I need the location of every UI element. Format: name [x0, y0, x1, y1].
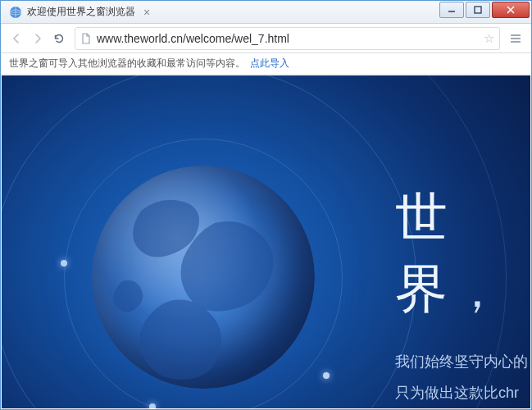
- menu-button[interactable]: [505, 28, 526, 49]
- globe-icon: [9, 6, 22, 19]
- minimize-button[interactable]: [439, 2, 464, 18]
- tab-close-button[interactable]: ×: [140, 6, 153, 19]
- window-titlebar: 欢迎使用世界之窗浏览器 ×: [1, 1, 531, 24]
- address-bar[interactable]: www.theworld.cn/welcome/wel_7.html ☆: [75, 27, 500, 50]
- welcome-hero: 世界， 我们始终坚守内心的 只为做出这款比chr: [395, 182, 530, 407]
- window-controls: [438, 2, 530, 20]
- navigation-bar: www.theworld.cn/welcome/wel_7.html ☆: [1, 24, 531, 53]
- globe-image: [92, 166, 315, 389]
- hero-comma: ，: [454, 265, 500, 317]
- svg-rect-3: [475, 7, 481, 13]
- import-link[interactable]: 点此导入: [250, 57, 289, 71]
- bookmark-star-icon[interactable]: ☆: [484, 31, 494, 46]
- maximize-button[interactable]: [466, 2, 490, 18]
- window-title: 欢迎使用世界之窗浏览器: [27, 5, 135, 19]
- hero-subtitle-2: 只为做出这款比chr: [395, 379, 530, 407]
- page-icon: [80, 33, 92, 44]
- import-hint-bar: 世界之窗可导入其他浏览器的收藏和最常访问等内容。 点此导入: [1, 53, 531, 75]
- orbit-dot: [61, 260, 67, 266]
- close-button[interactable]: [492, 2, 530, 18]
- orbit-dot: [323, 372, 330, 379]
- url-text: www.theworld.cn/welcome/wel_7.html: [97, 32, 484, 45]
- forward-button[interactable]: [27, 28, 48, 49]
- hero-subtitle-1: 我们始终坚守内心的: [395, 348, 530, 376]
- orbit-dot: [149, 403, 156, 408]
- page-content: 世界， 我们始终坚守内心的 只为做出这款比chr: [2, 75, 530, 408]
- back-button[interactable]: [6, 28, 27, 49]
- hero-title: 世界: [395, 188, 449, 318]
- reload-button[interactable]: [48, 28, 70, 49]
- import-hint-text: 世界之窗可导入其他浏览器的收藏和最常访问等内容。: [9, 57, 245, 71]
